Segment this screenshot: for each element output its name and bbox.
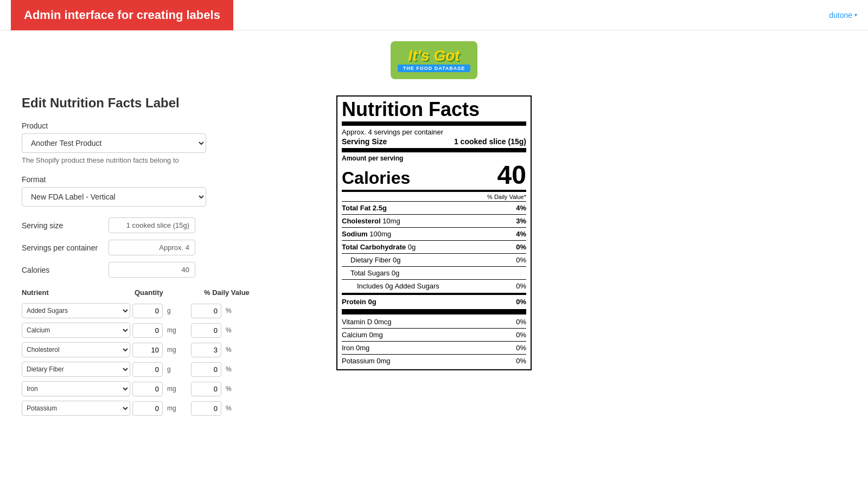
nf-title: Nutrition Facts	[342, 100, 526, 119]
product-hint: The Shopify product these nutrition fact…	[22, 156, 315, 164]
nf-row-dv: 0%	[516, 298, 526, 306]
nf-row-label: Total Fat 2.5g	[342, 204, 387, 212]
nf-serving-size-value: 1 cooked slice (15g)	[454, 137, 526, 146]
product-select[interactable]: Another Test Product	[22, 133, 206, 153]
nf-divider	[342, 279, 526, 280]
nutrient-qty-2[interactable]	[132, 343, 163, 357]
serving-size-input[interactable]	[108, 217, 195, 233]
nf-serving-size-label: Serving Size	[342, 137, 387, 146]
nutrient-row: Added SugarsCalciumCholesterolDietary Fi…	[22, 342, 315, 357]
nf-row-label: Includes 0g Added Sugars	[357, 282, 439, 290]
admin-banner: Admin interface for creating labels	[11, 0, 233, 30]
nutrient-row: Added SugarsCalciumCholesterolDietary Fi…	[22, 362, 315, 377]
nf-divider	[342, 253, 526, 254]
user-menu-label: dutone	[829, 11, 852, 20]
logo-box: It's Got THE FOOD DATABASE	[391, 41, 477, 79]
nf-row-dv: 0%	[516, 344, 526, 352]
nutrient-select-3[interactable]: Added SugarsCalciumCholesterolDietary Fi…	[22, 362, 130, 377]
nutrient-unit-2: mg	[167, 346, 189, 354]
product-select-wrapper: Another Test Product	[22, 133, 206, 153]
product-section: Product Another Test Product The Shopify…	[22, 121, 315, 164]
calories-row: Calories	[22, 262, 315, 278]
nf-row-dv: 0%	[516, 256, 526, 264]
serving-fields: Serving size Servings per container Calo…	[22, 217, 315, 278]
nutrient-select-1[interactable]: Added SugarsCalciumCholesterolDietary Fi…	[22, 323, 130, 338]
nf-thick-bar-top	[342, 121, 526, 126]
nutrient-unit-5: mg	[167, 404, 189, 412]
nf-row-potassium: Potassium 0mg 0%	[342, 356, 526, 366]
nutrient-dv-4[interactable]	[191, 382, 221, 396]
nf-row-cholesterol: Cholesterol 10mg 3%	[342, 216, 526, 226]
chevron-down-icon: ▾	[854, 12, 857, 18]
nf-row-label: Sodium 100mg	[342, 230, 391, 238]
format-select[interactable]: New FDA Label - Vertical Old FDA Label T…	[22, 187, 206, 207]
nf-row-label: Protein 0g	[342, 298, 376, 306]
nf-row-dv: 0%	[516, 243, 526, 251]
nf-divider	[342, 201, 526, 202]
dv-col-header: % Daily Value	[204, 288, 269, 297]
nf-divider	[342, 341, 526, 342]
format-select-wrapper: New FDA Label - Vertical Old FDA Label T…	[22, 187, 206, 207]
logo-sub-text: THE FOOD DATABASE	[398, 65, 471, 72]
nutrient-select-2[interactable]: Added SugarsCalciumCholesterolDietary Fi…	[22, 342, 130, 357]
nutrient-qty-0[interactable]	[132, 304, 163, 318]
nf-servings: Approx. 4 servings per container	[342, 128, 526, 136]
nf-thick-bar-calories	[342, 148, 526, 152]
nutrient-qty-3[interactable]	[132, 362, 163, 377]
logo-area: It's Got THE FOOD DATABASE	[0, 30, 868, 85]
calories-input[interactable]	[108, 262, 195, 278]
nf-row-label: Calcium 0mg	[342, 331, 383, 339]
nf-row-vitamin-d: Vitamin D 0mcg 0%	[342, 317, 526, 327]
nutrient-col-header: Nutrient	[22, 288, 130, 297]
quantity-col-header: Quantity	[135, 288, 200, 297]
nutrient-dv-3[interactable]	[191, 362, 221, 377]
page-title: Edit Nutrition Facts Label	[22, 95, 315, 111]
nutrient-dv-1[interactable]	[191, 323, 221, 338]
product-label: Product	[22, 121, 315, 130]
nutrient-qty-4[interactable]	[132, 382, 163, 396]
nf-row-dietary-fiber: Dietary Fiber 0g 0%	[342, 255, 526, 265]
nf-row-dv: 0%	[516, 357, 526, 365]
nf-divider	[342, 266, 526, 267]
format-label: Format	[22, 175, 315, 184]
nf-calories-value: 40	[497, 162, 526, 188]
nutrient-pct-2: %	[226, 346, 242, 354]
nf-row-label: Total Carbohydrate 0g	[342, 243, 416, 251]
nf-divider	[342, 214, 526, 215]
nutrient-row: Added SugarsCalciumCholesterolDietary Fi…	[22, 303, 315, 318]
nutrient-pct-1: %	[226, 326, 242, 334]
nf-calories-row: Calories 40	[342, 162, 526, 188]
servings-per-container-input[interactable]	[108, 240, 195, 255]
nf-row-dv: 3%	[516, 217, 526, 225]
nutrient-dv-2[interactable]	[191, 343, 221, 357]
nf-medium-bar	[342, 190, 526, 192]
nf-medium-bar-protein	[342, 293, 526, 295]
nutrient-row: Added SugarsCalciumCholesterolDietary Fi…	[22, 381, 315, 396]
nutrient-pct-4: %	[226, 385, 242, 393]
nf-row-dv: 4%	[516, 230, 526, 238]
nutrient-qty-1[interactable]	[132, 323, 163, 338]
nutrient-row: Added SugarsCalciumCholesterolDietary Fi…	[22, 401, 315, 416]
nf-row-total-carb: Total Carbohydrate 0g 0%	[342, 242, 526, 252]
nf-row-dv: 0%	[516, 282, 526, 290]
nutrient-pct-3: %	[226, 365, 242, 373]
nf-row-total-sugars: Total Sugars 0g	[342, 268, 526, 278]
calories-label: Calories	[22, 266, 108, 274]
nf-divider	[342, 328, 526, 329]
nf-row-calcium: Calcium 0mg 0%	[342, 330, 526, 340]
nutrient-dv-5[interactable]	[191, 401, 221, 416]
nf-row-total-fat: Total Fat 2.5g 4%	[342, 203, 526, 213]
nutrient-select-4[interactable]: Added SugarsCalciumCholesterolDietary Fi…	[22, 381, 130, 396]
nutrient-table: Nutrient Quantity % Daily Value Added Su…	[22, 288, 315, 416]
nutrient-select-5[interactable]: Added SugarsCalciumCholesterolDietary Fi…	[22, 401, 130, 416]
nutrient-table-header: Nutrient Quantity % Daily Value	[22, 288, 315, 299]
nf-row-label: Cholesterol 10mg	[342, 217, 400, 225]
nutrient-select-0[interactable]: Added SugarsCalciumCholesterolDietary Fi…	[22, 303, 130, 318]
nutrient-qty-5[interactable]	[132, 401, 163, 416]
nf-row-label: Vitamin D 0mcg	[342, 318, 392, 326]
nf-row-label: Total Sugars 0g	[350, 269, 399, 277]
nutrient-unit-4: mg	[167, 385, 189, 393]
user-menu[interactable]: dutone ▾	[829, 11, 857, 20]
nutrient-dv-0[interactable]	[191, 304, 221, 318]
main-content: Edit Nutrition Facts Label Product Anoth…	[0, 85, 651, 431]
